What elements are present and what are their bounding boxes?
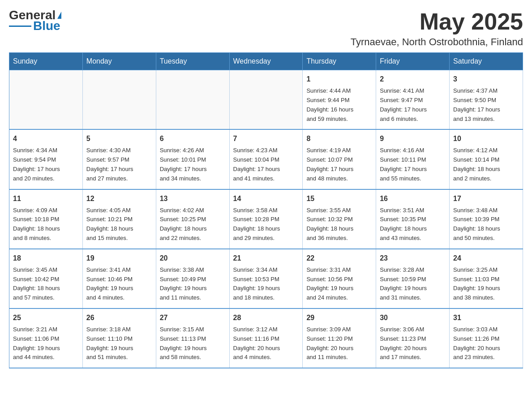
day-info: Sunrise: 3:58 AM Sunset: 10:28 PM Daylig…: [233, 206, 299, 243]
day-of-week-header: Monday: [82, 53, 156, 70]
calendar-day-cell: 14Sunrise: 3:58 AM Sunset: 10:28 PM Dayl…: [229, 189, 303, 249]
day-of-week-header: Wednesday: [229, 53, 303, 70]
day-number: 1: [306, 74, 372, 85]
day-info: Sunrise: 3:28 AM Sunset: 10:59 PM Daylig…: [380, 265, 446, 303]
calendar-day-cell: 11Sunrise: 4:09 AM Sunset: 10:18 PM Dayl…: [9, 189, 83, 249]
calendar-day-cell: [229, 70, 303, 130]
day-number: 13: [160, 193, 226, 204]
calendar-day-cell: 30Sunrise: 3:06 AM Sunset: 11:23 PM Dayl…: [376, 308, 450, 368]
day-info: Sunrise: 4:16 AM Sunset: 10:11 PM Daylig…: [380, 146, 446, 183]
day-of-week-header: Sunday: [9, 53, 83, 70]
logo-text-blue: Blue: [33, 20, 60, 32]
calendar-day-cell: 6Sunrise: 4:26 AM Sunset: 10:01 PM Dayli…: [156, 129, 229, 189]
day-info: Sunrise: 3:15 AM Sunset: 11:13 PM Daylig…: [160, 325, 226, 362]
day-number: 11: [13, 193, 79, 204]
calendar-week-row: 11Sunrise: 4:09 AM Sunset: 10:18 PM Dayl…: [9, 189, 523, 249]
calendar-day-cell: 27Sunrise: 3:15 AM Sunset: 11:13 PM Dayl…: [156, 308, 229, 368]
month-title: May 2025: [351, 9, 523, 34]
day-info: Sunrise: 3:31 AM Sunset: 10:56 PM Daylig…: [306, 265, 372, 303]
day-info: Sunrise: 3:34 AM Sunset: 10:53 PM Daylig…: [233, 265, 299, 303]
calendar-day-cell: 23Sunrise: 3:28 AM Sunset: 10:59 PM Dayl…: [376, 249, 450, 308]
calendar-day-cell: [156, 70, 229, 130]
day-info: Sunrise: 3:51 AM Sunset: 10:35 PM Daylig…: [380, 206, 446, 243]
day-info: Sunrise: 3:41 AM Sunset: 10:46 PM Daylig…: [86, 265, 152, 303]
day-number: 19: [86, 253, 152, 264]
day-info: Sunrise: 3:03 AM Sunset: 11:26 PM Daylig…: [453, 325, 519, 362]
day-number: 22: [306, 253, 372, 264]
calendar-header-row: SundayMondayTuesdayWednesdayThursdayFrid…: [9, 53, 523, 70]
calendar-day-cell: 3Sunrise: 4:37 AM Sunset: 9:50 PM Daylig…: [450, 70, 523, 130]
day-info: Sunrise: 4:12 AM Sunset: 10:14 PM Daylig…: [453, 146, 519, 183]
day-number: 15: [306, 193, 372, 204]
location-title: Tyrnaevae, North Ostrobothnia, Finland: [351, 36, 523, 48]
calendar-day-cell: 31Sunrise: 3:03 AM Sunset: 11:26 PM Dayl…: [450, 308, 523, 368]
calendar-day-cell: 28Sunrise: 3:12 AM Sunset: 11:16 PM Dayl…: [229, 308, 303, 368]
day-info: Sunrise: 4:26 AM Sunset: 10:01 PM Daylig…: [160, 146, 226, 183]
calendar-week-row: 4Sunrise: 4:34 AM Sunset: 9:54 PM Daylig…: [9, 129, 523, 189]
calendar-day-cell: 18Sunrise: 3:45 AM Sunset: 10:42 PM Dayl…: [9, 249, 83, 308]
calendar-day-cell: 26Sunrise: 3:18 AM Sunset: 11:10 PM Dayl…: [82, 308, 156, 368]
day-info: Sunrise: 3:21 AM Sunset: 11:06 PM Daylig…: [13, 325, 79, 362]
day-info: Sunrise: 3:09 AM Sunset: 11:20 PM Daylig…: [306, 325, 372, 362]
day-number: 2: [380, 74, 446, 85]
day-info: Sunrise: 4:23 AM Sunset: 10:04 PM Daylig…: [233, 146, 299, 183]
calendar-day-cell: 19Sunrise: 3:41 AM Sunset: 10:46 PM Dayl…: [82, 249, 156, 308]
calendar-day-cell: 8Sunrise: 4:19 AM Sunset: 10:07 PM Dayli…: [303, 129, 376, 189]
day-info: Sunrise: 4:34 AM Sunset: 9:54 PM Dayligh…: [13, 146, 79, 183]
calendar-day-cell: 24Sunrise: 3:25 AM Sunset: 11:03 PM Dayl…: [450, 249, 523, 308]
day-number: 25: [13, 313, 79, 323]
calendar-day-cell: [82, 70, 156, 130]
day-info: Sunrise: 4:41 AM Sunset: 9:47 PM Dayligh…: [380, 86, 446, 124]
day-number: 20: [160, 253, 226, 264]
calendar-day-cell: [9, 70, 83, 130]
calendar-day-cell: 5Sunrise: 4:30 AM Sunset: 9:57 PM Daylig…: [82, 129, 156, 189]
day-number: 5: [86, 133, 152, 144]
day-number: 24: [453, 253, 519, 264]
calendar-day-cell: 4Sunrise: 4:34 AM Sunset: 9:54 PM Daylig…: [9, 129, 83, 189]
calendar-day-cell: 29Sunrise: 3:09 AM Sunset: 11:20 PM Dayl…: [303, 308, 376, 368]
calendar-day-cell: 17Sunrise: 3:48 AM Sunset: 10:39 PM Dayl…: [450, 189, 523, 249]
day-info: Sunrise: 4:09 AM Sunset: 10:18 PM Daylig…: [13, 206, 79, 243]
day-number: 8: [306, 133, 372, 144]
calendar-day-cell: 1Sunrise: 4:44 AM Sunset: 9:44 PM Daylig…: [303, 70, 376, 130]
day-number: 18: [13, 253, 79, 264]
logo: General Blue: [9, 9, 61, 32]
calendar-day-cell: 2Sunrise: 4:41 AM Sunset: 9:47 PM Daylig…: [376, 70, 450, 130]
day-number: 4: [13, 133, 79, 144]
day-info: Sunrise: 3:18 AM Sunset: 11:10 PM Daylig…: [86, 325, 152, 362]
day-info: Sunrise: 4:19 AM Sunset: 10:07 PM Daylig…: [306, 146, 372, 183]
day-number: 28: [233, 313, 299, 323]
day-info: Sunrise: 3:25 AM Sunset: 11:03 PM Daylig…: [453, 265, 519, 303]
day-number: 3: [453, 74, 519, 85]
day-number: 27: [160, 313, 226, 323]
day-info: Sunrise: 4:02 AM Sunset: 10:25 PM Daylig…: [160, 206, 226, 243]
calendar-day-cell: 15Sunrise: 3:55 AM Sunset: 10:32 PM Dayl…: [303, 189, 376, 249]
title-section: May 2025 Tyrnaevae, North Ostrobothnia, …: [351, 9, 523, 48]
day-of-week-header: Saturday: [450, 53, 523, 70]
day-number: 7: [233, 133, 299, 144]
day-info: Sunrise: 4:37 AM Sunset: 9:50 PM Dayligh…: [453, 86, 519, 124]
calendar-day-cell: 9Sunrise: 4:16 AM Sunset: 10:11 PM Dayli…: [376, 129, 450, 189]
day-number: 21: [233, 253, 299, 264]
day-info: Sunrise: 4:30 AM Sunset: 9:57 PM Dayligh…: [86, 146, 152, 183]
day-info: Sunrise: 3:45 AM Sunset: 10:42 PM Daylig…: [13, 265, 79, 303]
calendar-day-cell: 21Sunrise: 3:34 AM Sunset: 10:53 PM Dayl…: [229, 249, 303, 308]
calendar-day-cell: 13Sunrise: 4:02 AM Sunset: 10:25 PM Dayl…: [156, 189, 229, 249]
calendar-table: SundayMondayTuesdayWednesdayThursdayFrid…: [9, 52, 523, 368]
calendar-day-cell: 7Sunrise: 4:23 AM Sunset: 10:04 PM Dayli…: [229, 129, 303, 189]
day-info: Sunrise: 4:05 AM Sunset: 10:21 PM Daylig…: [86, 206, 152, 243]
day-info: Sunrise: 3:55 AM Sunset: 10:32 PM Daylig…: [306, 206, 372, 243]
day-number: 17: [453, 193, 519, 204]
day-number: 31: [453, 313, 519, 323]
day-info: Sunrise: 3:38 AM Sunset: 10:49 PM Daylig…: [160, 265, 226, 303]
day-info: Sunrise: 3:12 AM Sunset: 11:16 PM Daylig…: [233, 325, 299, 362]
day-number: 16: [380, 193, 446, 204]
calendar-week-row: 25Sunrise: 3:21 AM Sunset: 11:06 PM Dayl…: [9, 308, 523, 368]
day-info: Sunrise: 4:44 AM Sunset: 9:44 PM Dayligh…: [306, 86, 372, 124]
calendar-day-cell: 12Sunrise: 4:05 AM Sunset: 10:21 PM Dayl…: [82, 189, 156, 249]
day-number: 10: [453, 133, 519, 144]
day-number: 29: [306, 313, 372, 323]
calendar-day-cell: 25Sunrise: 3:21 AM Sunset: 11:06 PM Dayl…: [9, 308, 83, 368]
day-of-week-header: Friday: [376, 53, 450, 70]
day-number: 26: [86, 313, 152, 323]
